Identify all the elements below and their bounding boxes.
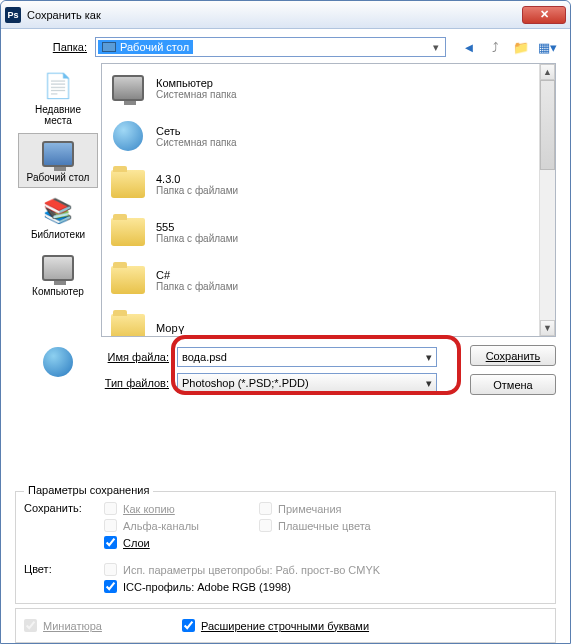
scroll-up-icon[interactable]: ▲ [540, 64, 555, 80]
sidebar-item-desktop[interactable]: Рабочий стол [18, 133, 98, 188]
filename-input[interactable]: вода.psd ▾ [177, 347, 437, 367]
chk-spot[interactable]: Плашечные цвета [259, 519, 371, 532]
folder-label: Папка: [15, 41, 95, 53]
folder-value: Рабочий стол [120, 41, 189, 53]
close-button[interactable]: ✕ [522, 6, 566, 24]
title-bar: Ps Сохранить как ✕ [1, 1, 570, 29]
app-icon: Ps [5, 7, 21, 23]
window-title: Сохранить как [27, 9, 522, 21]
list-item[interactable]: СетьСистемная папка [102, 112, 539, 160]
sidebar-item-computer[interactable]: Компьютер [18, 247, 98, 302]
chk-proof-cmyk[interactable]: Исп. параметры цветопробы: Раб. прост-во… [104, 563, 380, 576]
sidebar-item-libraries[interactable]: 📚 Библиотеки [18, 190, 98, 245]
chk-layers[interactable]: Слои [104, 536, 199, 549]
view-menu-icon[interactable]: ▦▾ [538, 38, 556, 56]
scroll-down-icon[interactable]: ▼ [540, 320, 555, 336]
desktop-icon [42, 138, 74, 170]
chk-alpha[interactable]: Альфа-каналы [104, 519, 199, 532]
list-item[interactable]: КомпьютерСистемная папка [102, 64, 539, 112]
folder-combo[interactable]: Рабочий стол ▾ [95, 37, 446, 57]
chk-lowercase-ext[interactable]: Расширение строчными буквами [182, 619, 369, 632]
params-legend: Параметры сохранения [24, 484, 153, 496]
filetype-combo[interactable]: Photoshop (*.PSD;*.PDD) ▾ [177, 373, 437, 393]
chk-thumbnail[interactable]: Миниатюра [24, 619, 102, 632]
footer-group: Миниатюра Расширение строчными буквами [15, 608, 556, 643]
filename-label: Имя файла: [101, 351, 177, 363]
scrollbar[interactable]: ▲ ▼ [539, 64, 555, 336]
sidebar-label: Библиотеки [31, 229, 85, 240]
desktop-mini-icon [102, 42, 116, 52]
folder-icon [110, 166, 146, 202]
folder-icon [110, 310, 146, 336]
computer-icon [110, 70, 146, 106]
file-list[interactable]: КомпьютерСистемная папка СетьСистемная п… [101, 63, 556, 337]
scroll-thumb[interactable] [540, 80, 555, 170]
recent-icon: 📄 [42, 70, 74, 102]
filetype-label: Тип файлов: [101, 377, 177, 389]
chevron-down-icon: ▾ [426, 351, 432, 364]
network-icon [110, 118, 146, 154]
sidebar-label: Недавние места [21, 104, 95, 126]
chk-as-copy[interactable]: Как копию [104, 502, 199, 515]
libraries-icon: 📚 [42, 195, 74, 227]
sidebar-label: Компьютер [32, 286, 84, 297]
cancel-button[interactable]: Отмена [470, 374, 556, 395]
sidebar-item-recent[interactable]: 📄 Недавние места [18, 65, 98, 131]
computer-icon [42, 252, 74, 284]
list-item[interactable]: 4.3.0Папка с файлами [102, 160, 539, 208]
new-folder-icon[interactable]: 📁 [512, 38, 530, 56]
color-label: Цвет: [24, 563, 104, 593]
list-item[interactable]: C#Папка с файлами [102, 256, 539, 304]
globe-icon [43, 347, 73, 377]
chevron-down-icon: ▾ [426, 377, 432, 390]
save-params-group: Параметры сохранения Сохранить: Как копи… [15, 491, 556, 604]
back-icon[interactable]: ◄ [460, 38, 478, 56]
up-icon[interactable]: ⤴ [486, 38, 504, 56]
chk-notes[interactable]: Примечания [259, 502, 371, 515]
sidebar-label: Рабочий стол [27, 172, 90, 183]
folder-icon [110, 262, 146, 298]
save-options-label: Сохранить: [24, 502, 104, 549]
save-button[interactable]: Сохранить [470, 345, 556, 366]
list-item[interactable]: 555Папка с файлами [102, 208, 539, 256]
folder-icon [110, 214, 146, 250]
list-item[interactable]: Морү [102, 304, 539, 336]
chevron-down-icon: ▾ [429, 41, 443, 54]
chk-icc-profile[interactable]: ICC-профиль: Adobe RGB (1998) [104, 580, 380, 593]
places-sidebar: 📄 Недавние места Рабочий стол 📚 Библиоте… [15, 63, 101, 337]
